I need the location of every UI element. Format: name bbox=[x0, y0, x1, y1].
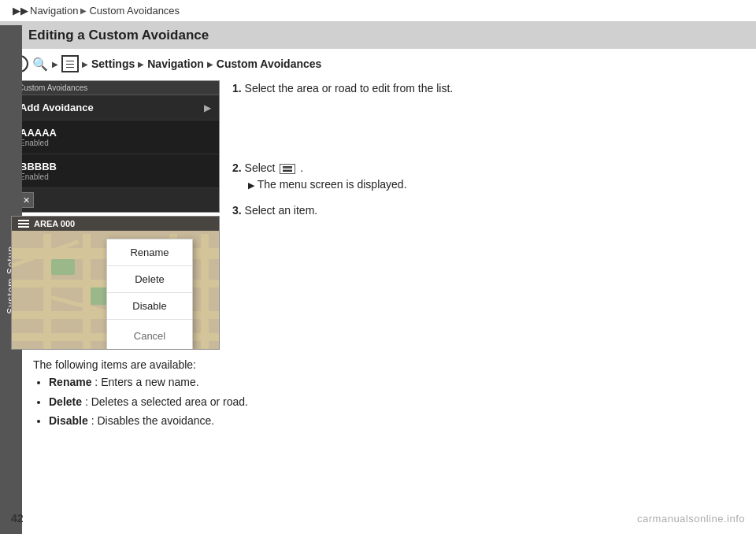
menu-icon-inline bbox=[280, 164, 295, 174]
settings-label: Settings bbox=[91, 57, 135, 70]
breadcrumb-arrows: ▶▶ bbox=[13, 5, 28, 17]
step-2-text-post: . bbox=[300, 161, 303, 174]
delete-term: Delete bbox=[49, 395, 82, 408]
screen-title: Custom Avoidances bbox=[18, 83, 87, 92]
step-1-num: 1. bbox=[232, 82, 242, 95]
screen-title-bar: Custom Avoidances bbox=[12, 81, 219, 95]
navigation-label: Navigation bbox=[147, 57, 204, 70]
step-3-text: Select an item. bbox=[245, 204, 318, 217]
rename-term: Rename bbox=[49, 376, 91, 388]
list-item-disable: Disable : Disables the avoidance. bbox=[49, 412, 745, 429]
add-avoidance-item[interactable]: Add Avoidance ▶ bbox=[12, 95, 219, 121]
step-1: 1. Select the area or road to edit from … bbox=[232, 80, 745, 97]
below-list: Rename : Enters a new name. Delete : Del… bbox=[49, 373, 745, 429]
add-avoidance-label: Add Avoidance bbox=[20, 102, 94, 113]
section-title: Editing a Custom Avoidance bbox=[28, 28, 209, 43]
popup-rename[interactable]: Rename bbox=[107, 239, 192, 266]
below-intro: The following items are available: bbox=[33, 356, 745, 373]
section-header: Editing a Custom Avoidance bbox=[0, 22, 756, 49]
popup-cancel[interactable]: Cancel bbox=[107, 323, 192, 349]
watermark: carmanualsonline.info bbox=[637, 513, 745, 525]
hamburger-icon[interactable] bbox=[18, 220, 29, 228]
page-number: 42 bbox=[11, 512, 24, 525]
screen-list: Add Avoidance ▶ AAAAA Enabled BBBBB Enab… bbox=[12, 95, 219, 188]
item-aaaaa-status: Enabled bbox=[20, 139, 57, 147]
left-column: Custom Avoidances Add Avoidance ▶ AAAAA … bbox=[11, 80, 220, 350]
screen-mockup-map: AREA 000 Rename Delete Disable Cancel bbox=[11, 216, 220, 350]
step-2-sub-text: The menu screen is displayed. bbox=[258, 178, 407, 191]
screen-bottom-bar: ✕ bbox=[12, 188, 219, 212]
custom-avoidances-label: Custom Avoidances bbox=[217, 57, 322, 70]
screen-mockup-top: Custom Avoidances Add Avoidance ▶ AAAAA … bbox=[11, 80, 220, 213]
list-item-aaaaa[interactable]: AAAAA Enabled bbox=[12, 121, 219, 154]
step-3: 3. Select an item. bbox=[232, 202, 745, 219]
item-aaaaa-name: AAAAA bbox=[20, 127, 57, 139]
search-icon: 🔍 bbox=[32, 55, 49, 72]
rename-desc: : Enters a new name. bbox=[94, 376, 198, 388]
nav-path: H 🔍 ▶ ▶ Settings ▶ Navigation ▶ Custom A… bbox=[0, 49, 756, 80]
add-avoidance-arrow: ▶ bbox=[204, 102, 211, 113]
right-column: 1. Select the area or road to edit from … bbox=[232, 80, 745, 228]
popup-delete[interactable]: Delete bbox=[107, 266, 192, 293]
disable-term: Disable bbox=[49, 414, 88, 427]
item-bbbbb-name: BBBBB bbox=[20, 161, 57, 172]
disable-desc: : Disables the avoidance. bbox=[91, 414, 214, 427]
item-bbbbb-status: Enabled bbox=[20, 172, 57, 181]
menu-list-icon bbox=[61, 55, 79, 72]
breadcrumb-nav: Navigation bbox=[30, 5, 78, 17]
delete-desc: : Deletes a selected area or road. bbox=[85, 395, 248, 408]
below-section: The following items are available: Renam… bbox=[22, 350, 756, 438]
step-2-text-pre: Select bbox=[245, 161, 279, 174]
two-col-layout: Custom Avoidances Add Avoidance ▶ AAAAA … bbox=[0, 80, 756, 350]
map-top-bar: AREA 000 bbox=[12, 217, 219, 231]
popup-disable[interactable]: Disable bbox=[107, 293, 192, 320]
step-1-text: Select the area or road to edit from the… bbox=[245, 82, 454, 95]
breadcrumb: ▶▶ Navigation ▶ Custom Avoidances bbox=[0, 0, 756, 22]
list-item-delete: Delete : Deletes a selected area or road… bbox=[49, 393, 745, 410]
breadcrumb-custom: Custom Avoidances bbox=[89, 5, 180, 17]
list-item-rename: Rename : Enters a new name. bbox=[49, 373, 745, 391]
step-2: 2. Select . ▶ The menu screen is display… bbox=[232, 160, 745, 193]
step-2-num: 2. bbox=[232, 161, 242, 174]
step-2-sub: ▶ The menu screen is displayed. bbox=[245, 176, 745, 193]
list-item-bbbbb[interactable]: BBBBB Enabled bbox=[12, 154, 219, 188]
popup-menu: Rename Delete Disable Cancel bbox=[106, 239, 193, 350]
step-3-num: 3. bbox=[232, 204, 242, 217]
breadcrumb-sep1: ▶ bbox=[80, 6, 87, 15]
map-area-label: AREA 000 bbox=[34, 219, 75, 228]
